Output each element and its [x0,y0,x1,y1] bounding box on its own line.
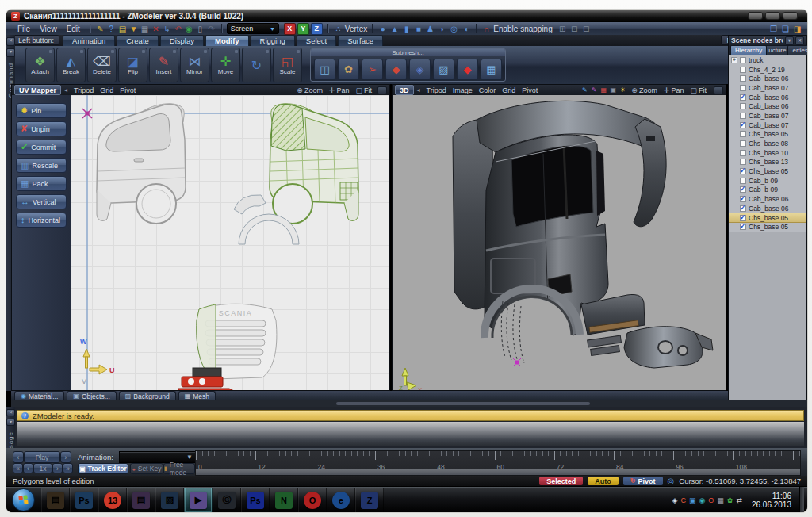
scene-node-row[interactable]: + Cab_base 07 [729,121,806,130]
visibility-checkbox[interactable] [740,57,746,63]
curve-tool-icon[interactable]: ◖ [461,24,471,34]
open-folder-icon[interactable]: ▼ [128,24,139,34]
taskbar-app-slot[interactable]: Z [355,488,384,512]
close-icon[interactable]: ✕ [6,409,15,416]
delete-icon[interactable]: ✕ [151,24,161,34]
zoom-icon[interactable]: ⊕ Zoom [293,86,326,94]
timeline-ruler[interactable]: 01224364860728496108 [195,450,801,476]
step-forward-button[interactable]: › [52,463,63,473]
panel-dock-icon[interactable]: ❏ [780,24,791,34]
scene-node-row[interactable]: + Cab_base 06 [729,204,806,213]
zoom-icon[interactable]: ⊕ Zoom [628,86,661,94]
visibility-checkbox[interactable] [740,168,746,174]
tray-diamond-icon[interactable]: ◈ [672,496,678,504]
scale-icon[interactable]: ◱ Scale [273,48,302,82]
tray-update-icon[interactable]: C [680,496,686,504]
undo-icon[interactable]: ↶ [173,24,183,34]
visibility-checkbox[interactable] [740,196,746,202]
scene-node-row[interactable]: + Cab_base 06 [729,101,806,111]
rescale-icon[interactable]: ▥ Rescale [16,158,67,173]
scene-node-row[interactable]: + Cab_base 06 [729,93,806,102]
visibility-checkbox[interactable] [740,103,746,109]
visibility-checkbox[interactable] [740,215,746,221]
expander-icon[interactable]: + [731,57,737,63]
uv-truck-cab-gray[interactable] [97,104,186,224]
vertex-mode-label[interactable]: Vertex [345,25,367,33]
pack-icon[interactable]: ▦ Pack [16,176,67,191]
previous-frame-button[interactable]: ‹ [13,451,24,463]
help-icon[interactable]: ? [106,24,117,34]
break-icon[interactable]: ◭ Break [56,48,86,82]
scene-node-row[interactable]: + Cab_base 06 [729,194,806,204]
figure-tool-icon[interactable]: ♟ [425,24,435,34]
scene-node-row[interactable]: + Chs_base 08 [729,139,806,148]
insert-icon[interactable]: ✎ Insert [149,48,178,82]
viewport-maximize-icon[interactable] [714,86,723,94]
screen-mode-dropdown[interactable]: Screen ▼ [227,23,279,34]
visibility-checkbox[interactable] [740,159,746,165]
scene-node-row[interactable]: + Cab_b 09 [729,186,806,195]
show-desktop-button[interactable] [799,487,804,512]
viewport-menu-item[interactable]: Pivot [519,86,541,94]
auto-badge[interactable]: Auto [588,477,619,485]
visibility-checkbox[interactable] [740,94,746,101]
pivot-marker-3d[interactable] [513,358,521,366]
flip-icon[interactable]: ◪ Flip [118,48,147,82]
collapse-arrow-icon[interactable]: ◂ [416,86,422,94]
go-end-button[interactable]: » [63,463,73,473]
taskbar-app-slot[interactable]: Ps [70,488,98,512]
submesh-shell-icon[interactable]: ◫ [314,59,335,80]
visibility-checkbox[interactable] [740,205,746,212]
tray-eco-icon[interactable]: ✿ [727,496,733,504]
start-button[interactable] [12,488,35,511]
redo-icon[interactable]: ↷ [206,24,216,34]
next-frame-button[interactable]: › [60,451,71,463]
set-key-button[interactable]: ● Set Key [130,463,163,474]
viewport-menu-item[interactable]: Tripod [423,86,450,94]
menu-item[interactable]: Edit [62,25,85,33]
uv-viewport-canvas[interactable]: SCANIA [71,95,389,390]
move-icon[interactable]: ✛ Move [211,48,240,82]
scene-node-row[interactable]: + truck [729,56,806,65]
scene-node-row[interactable]: + Chs_4_2 19 [729,65,806,75]
scene-browser-header[interactable]: Scene nodes brow... ▾ ✕ [729,36,806,45]
rotate-icon[interactable]: ↻ [242,48,271,82]
commit-icon[interactable]: ✔ Commit [16,140,67,155]
pivot-badge[interactable]: ↻ Pivot [623,477,663,485]
unpin-icon[interactable]: ✘ Unpin [16,121,67,136]
taskbar-app-slot[interactable]: ▤ [127,488,155,512]
step-back-button[interactable]: ‹ [23,463,33,473]
visibility-checkbox[interactable] [740,140,746,147]
paint-pencil-icon[interactable]: ✎ [590,86,598,94]
close-button[interactable] [783,12,798,20]
attach-icon[interactable]: ❖ Attach [25,48,55,82]
left-button-chip[interactable]: Left button: [13,35,59,45]
visibility-checkbox[interactable] [740,75,746,82]
submesh-bevel-icon[interactable]: ◈ [409,59,431,80]
taskbar-app-slot[interactable]: Ⓖ [213,488,241,512]
selected-badge[interactable]: Selected [539,477,583,485]
scrollbar-handle[interactable] [336,402,590,405]
vertical-align-icon[interactable]: ↔ Vertical [16,194,67,209]
viewport-3d[interactable]: Z X [393,95,726,390]
dock-tab[interactable]: ◉ Material... [14,391,64,400]
visibility-checkbox[interactable] [740,67,746,73]
taskbar-app-slot[interactable]: ▶ [184,488,213,512]
taskbar-app-slot[interactable]: e [327,488,355,512]
scene-node-row[interactable]: + Chs_base 13 [729,158,806,167]
scene-node-row[interactable]: + Cab_base 07 [729,83,806,93]
viewport-menu-item[interactable]: Grid [97,86,117,94]
visibility-checkbox[interactable] [740,122,746,128]
scene-node-row[interactable]: + Chs_base 05 [729,167,806,176]
scene-node-row[interactable]: + Cab_base 06 [729,74,806,83]
taskbar-app-slot[interactable]: ▨ [155,488,184,512]
snap-grid-icon[interactable]: ⊞ [557,24,568,34]
visibility-checkbox[interactable] [740,186,746,193]
visibility-checkbox[interactable] [740,150,746,156]
visibility-checkbox[interactable] [740,113,746,119]
uv-mapper-title-chip[interactable]: UV Mapper [14,85,61,95]
viewport-3d-title-chip[interactable]: 3D [395,85,414,95]
ribbon-tab[interactable]: Display [160,35,204,46]
pin-icon[interactable]: ✹ Pin [16,103,67,118]
snap-vertex-icon[interactable]: ⊡ [569,24,580,34]
